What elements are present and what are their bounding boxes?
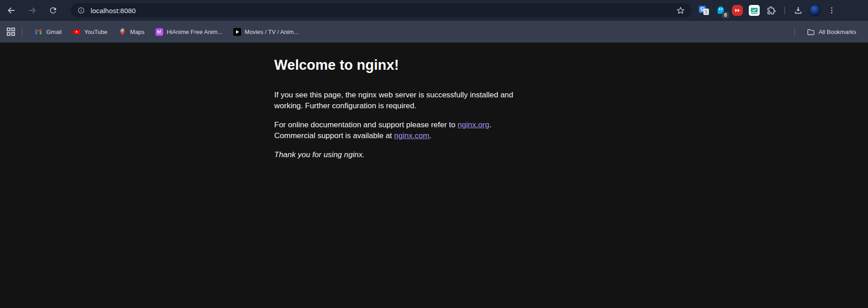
bookmark-label: Gmail [46, 29, 62, 35]
download-icon [793, 5, 803, 15]
bookmark-star-button[interactable] [676, 6, 685, 15]
bookmark-label: Maps [130, 29, 145, 35]
mail-envelope-icon [749, 5, 760, 16]
ghostery-badge: 0 [722, 12, 729, 18]
toolbar-separator [784, 6, 785, 14]
bookmarks-separator-left [22, 27, 23, 36]
browser-toolbar: localhost:8080 G 文 0 [0, 0, 868, 21]
downloads-button[interactable] [792, 4, 805, 17]
translate-extension-button[interactable]: G 文 [698, 4, 710, 17]
period: . [489, 120, 491, 129]
tempmail-extension-button[interactable] [748, 4, 761, 17]
reload-icon [48, 6, 58, 15]
apps-grid-icon [6, 27, 15, 36]
address-bar[interactable]: localhost:8080 [71, 3, 692, 18]
bookmark-gmail[interactable]: Gmail [29, 25, 67, 38]
star-icon [676, 6, 685, 15]
hianime-icon: h! [155, 28, 163, 36]
ghostery-extension-button[interactable]: 0 [714, 4, 727, 17]
install-status-paragraph: If you see this page, the nginx web serv… [274, 90, 868, 111]
nginx-org-link[interactable]: nginx.org [457, 120, 489, 129]
bookmark-movies[interactable]: Movies / TV / Anim... [228, 25, 304, 38]
extensions-cluster: G 文 0 [698, 4, 838, 17]
bookmarks-separator-right [794, 27, 795, 36]
thank-you-text: Thank you for using nginx. [274, 149, 868, 160]
site-info-button[interactable] [77, 6, 85, 14]
all-bookmarks-label: All Bookmarks [819, 29, 856, 35]
fastforward-extension-button[interactable] [731, 4, 744, 17]
extensions-menu-button[interactable] [765, 4, 777, 17]
forward-icon [27, 5, 37, 15]
translate-char-glyph: 文 [703, 9, 709, 15]
youtube-icon [73, 28, 81, 36]
browser-menu-button[interactable] [825, 4, 838, 17]
nginx-welcome-page: Welcome to nginx! If you see this page, … [0, 43, 868, 308]
bookmarks-right-group: All Bookmarks [790, 25, 862, 38]
bookmark-label: HiAnime Free Anim... [167, 29, 223, 35]
url-text[interactable]: localhost:8080 [91, 7, 136, 14]
nginx-com-link[interactable]: nginx.com [394, 131, 429, 140]
google-translate-icon: G 文 [699, 6, 709, 15]
reload-button[interactable] [46, 4, 60, 17]
profile-button[interactable] [809, 4, 821, 17]
maps-pin-icon [118, 28, 126, 36]
paragraph-line: working. Further configuration is requir… [274, 101, 868, 111]
page-title: Welcome to nginx! [274, 57, 868, 73]
paragraph-line: If you see this page, the nginx web serv… [274, 90, 868, 101]
paragraph-line: For online documentation and support ple… [274, 120, 868, 130]
info-icon [77, 6, 85, 14]
back-icon [6, 5, 16, 15]
gmail-icon [34, 28, 43, 36]
back-button[interactable] [5, 4, 18, 17]
doc-text: For online documentation and support ple… [274, 120, 457, 129]
kebab-menu-icon [827, 6, 836, 15]
period: . [429, 131, 432, 140]
puzzle-icon [766, 5, 776, 15]
apps-button[interactable] [5, 25, 17, 38]
bookmark-label: YouTube [84, 29, 107, 35]
bookmark-label: Movies / TV / Anim... [245, 29, 299, 35]
fastforward-icon [732, 5, 743, 16]
bookmarks-bar: Gmail YouTube Maps h! HiAnime Free Anim.… [0, 21, 868, 43]
bookmark-maps[interactable]: Maps [113, 25, 150, 38]
bookmark-youtube[interactable]: YouTube [67, 25, 113, 38]
folder-icon [807, 28, 815, 36]
paragraph-line: Commercial support is available at nginx… [274, 130, 868, 141]
profile-avatar [809, 5, 821, 16]
forward-button [25, 4, 39, 17]
all-bookmarks-button[interactable]: All Bookmarks [801, 25, 862, 38]
bookmark-hianime[interactable]: h! HiAnime Free Anim... [150, 25, 228, 38]
commercial-text: Commercial support is available at [274, 131, 394, 140]
movies-play-icon [233, 28, 241, 36]
support-paragraph: For online documentation and support ple… [274, 120, 868, 141]
